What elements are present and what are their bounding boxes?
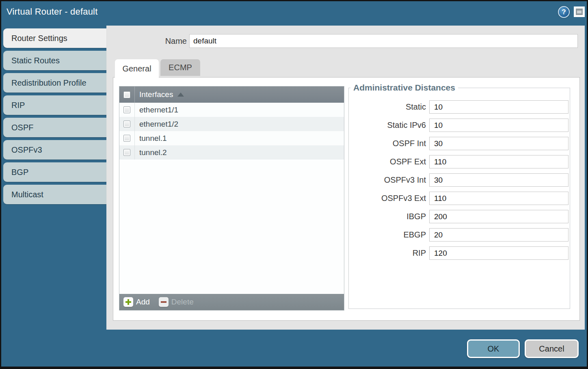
static-label: Static [349,102,426,112]
interface-name: tunnel.2 [139,148,167,157]
ibgp-input[interactable] [429,210,569,223]
row-checkbox[interactable] [123,149,130,156]
ospfv3-ext-label: OSPFv3 Ext [349,194,426,203]
field-row: Static [349,100,570,114]
static-ipv6-label: Static IPv6 [349,121,426,130]
administrative-distances-group: Administrative Distances Static Static I… [348,83,570,309]
ospf-int-input[interactable] [429,137,569,150]
main-panel: Name General ECMP Interfaces etherne [106,26,585,330]
sort-ascending-icon [177,93,184,97]
window-icon [576,9,583,15]
question-mark-icon: ? [562,8,566,16]
sidebar-item-ospf[interactable]: OSPF [3,118,106,137]
ospf-ext-label: OSPF Ext [349,157,426,166]
sidebar-item-label: Static Routes [11,56,60,65]
sidebar-item-redistribution-profile[interactable]: Redistribution Profile [3,73,106,93]
sidebar-item-label: OSPF [11,123,33,132]
ibgp-label: IBGP [349,212,426,221]
help-button[interactable]: ? [558,6,570,18]
table-row[interactable]: tunnel.2 [119,145,344,160]
tab-ecmp[interactable]: ECMP [160,59,200,76]
plus-icon [123,297,133,307]
static-input[interactable] [429,100,569,114]
sidebar-item-label: BGP [11,168,28,177]
interfaces-table: Interfaces ethernet1/1 ethernet1/2 [119,86,344,311]
ebgp-input[interactable] [429,228,569,242]
dialog-title: Virtual Router - default [6,6,98,17]
sidebar-item-bgp[interactable]: BGP [3,162,106,182]
sidebar-item-label: Multicast [11,190,43,199]
ospfv3-ext-input[interactable] [429,192,569,205]
sidebar-item-multicast[interactable]: Multicast [3,185,106,204]
table-toolbar: Add Delete [119,294,344,310]
static-ipv6-input[interactable] [429,119,569,132]
ospfv3-int-label: OSPFv3 Int [349,175,426,185]
interface-name: tunnel.1 [139,134,167,143]
ok-button[interactable]: OK [467,339,520,358]
ospfv3-int-input[interactable] [429,173,569,187]
field-row: EBGP [349,228,570,242]
rip-label: RIP [349,248,426,258]
sidebar-item-rip[interactable]: RIP [3,95,106,115]
field-row: IBGP [349,210,570,223]
interfaces-table-body: ethernet1/1 ethernet1/2 tunnel.1 [119,103,344,294]
table-row[interactable]: ethernet1/1 [119,103,344,117]
row-checkbox[interactable] [123,106,130,113]
row-checkbox[interactable] [123,121,130,127]
tab-label: General [122,64,151,73]
window-button[interactable] [574,6,585,17]
field-row: OSPF Ext [349,155,570,168]
rip-input[interactable] [429,246,569,260]
ospf-ext-input[interactable] [429,155,569,168]
sidebar-item-label: RIP [11,101,25,110]
sidebar: Router Settings Static Routes Redistribu… [3,28,106,204]
tab-label: ECMP [169,63,192,72]
delete-button[interactable]: Delete [159,297,194,307]
field-row: OSPFv3 Int [349,173,570,187]
name-input[interactable] [189,34,578,48]
field-row: RIP [349,246,570,260]
ospf-int-label: OSPF Int [349,139,426,148]
cancel-button[interactable]: Cancel [525,339,579,358]
field-row: OSPFv3 Ext [349,192,570,205]
sidebar-item-label: Redistribution Profile [11,78,86,88]
interfaces-column-label: Interfaces [139,90,173,99]
sidebar-item-ospfv3[interactable]: OSPFv3 [3,140,106,160]
field-row: Static IPv6 [349,119,570,132]
table-row[interactable]: tunnel.1 [119,131,344,145]
ebgp-label: EBGP [349,230,426,240]
distance-fields: Static Static IPv6 OSPF Int OSPF Ext OSP… [349,93,570,260]
interface-name: ethernet1/1 [139,106,178,114]
sidebar-item-static-routes[interactable]: Static Routes [3,51,106,70]
sidebar-item-label: OSPFv3 [11,145,42,155]
interface-name: ethernet1/2 [139,120,178,129]
field-row: OSPF Int [349,137,570,150]
row-checkbox[interactable] [123,135,130,142]
add-button[interactable]: Add [123,297,150,307]
tab-general[interactable]: General [115,59,159,78]
minus-icon [159,297,169,307]
sidebar-item-label: Router Settings [11,34,67,43]
delete-button-label: Delete [171,298,194,306]
add-button-label: Add [136,298,150,306]
name-field-label: Name [106,37,187,46]
sidebar-item-router-settings[interactable]: Router Settings [3,28,106,48]
interfaces-column-header[interactable]: Interfaces [119,86,344,103]
select-all-cell [119,86,135,103]
select-all-checkbox[interactable] [123,91,130,98]
general-tab-content: Interfaces ethernet1/1 ethernet1/2 [113,77,580,321]
group-title: Administrative Distances [350,83,458,93]
table-row[interactable]: ethernet1/2 [119,117,344,131]
